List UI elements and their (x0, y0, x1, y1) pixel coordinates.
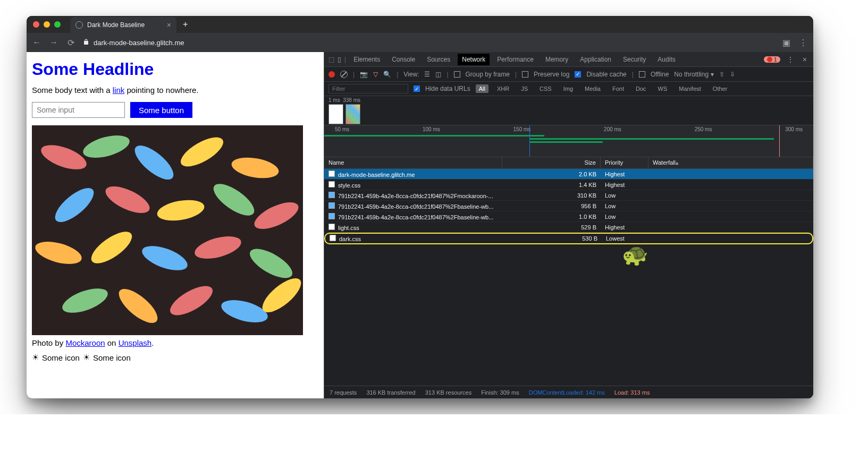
filter-xhr[interactable]: XHR (494, 84, 512, 93)
upload-icon[interactable]: ⇧ (719, 71, 724, 78)
filter-font[interactable]: Font (609, 84, 627, 93)
table-row[interactable]: dark-mode-baseline.glitch.me2.0 KBHighes… (324, 169, 813, 180)
status-finish: Finish: 309 ms (481, 389, 519, 396)
filmstrip-thumb[interactable] (345, 104, 360, 124)
filmstrip-thumb[interactable] (328, 104, 343, 124)
body-text: Some body text with a link pointing to n… (32, 86, 318, 95)
status-transferred: 316 KB transferred (366, 389, 415, 396)
tab-network[interactable]: Network (458, 54, 490, 65)
page-content: Some Headline Some body text with a link… (27, 52, 324, 398)
browser-tab[interactable]: Dark Mode Baseline × (70, 17, 176, 33)
view-list-icon[interactable]: ☰ (424, 71, 430, 78)
form-row: Some button (32, 102, 318, 118)
group-checkbox[interactable] (454, 71, 460, 78)
table-row[interactable]: style.css1.4 KBHighest (324, 180, 813, 190)
filter-css[interactable]: CSS (536, 84, 555, 93)
maximize-window-button[interactable] (54, 21, 61, 28)
url-text: dark-mode-baseline.glitch.me (94, 39, 184, 47)
icon-row: ☀Some icon ☀Some icon (32, 353, 318, 362)
main-area: Some Headline Some body text with a link… (27, 52, 813, 398)
overview-timeline[interactable]: 50 ms 100 ms 150 ms 200 ms 250 ms 300 ms (324, 125, 813, 157)
forward-button[interactable]: → (49, 38, 58, 47)
tab-application[interactable]: Application (576, 54, 616, 65)
col-name[interactable]: Name (324, 157, 502, 168)
body-link[interactable]: link (113, 86, 125, 95)
tab-security[interactable]: Security (619, 54, 650, 65)
page-headline: Some Headline (32, 59, 318, 79)
table-row[interactable]: 791b2241-459b-4a2e-8cca-c0fdc21f0487%2Fb… (324, 201, 813, 211)
search-icon[interactable]: 🔍 (383, 71, 391, 78)
site-link[interactable]: Unsplash (119, 338, 152, 347)
image-caption: Photo by Mockaroon on Unsplash. (32, 338, 318, 347)
devtools-close-icon[interactable]: × (800, 55, 809, 64)
minimize-window-button[interactable] (44, 21, 50, 28)
network-table: Name Size Priority Waterfall▴ dark-mode-… (324, 157, 813, 386)
primary-button[interactable]: Some button (130, 102, 192, 118)
filter-js[interactable]: JS (518, 84, 531, 93)
table-row[interactable]: light.css529 BHighest (324, 222, 813, 233)
download-icon[interactable]: ⇩ (730, 71, 735, 78)
status-bar: 7 requests 316 KB transferred 313 KB res… (324, 386, 813, 398)
offline-checkbox[interactable] (639, 71, 645, 78)
filter-ws[interactable]: WS (655, 84, 671, 93)
table-row[interactable]: dark.css530 BLowest (324, 233, 813, 244)
col-size[interactable]: Size (502, 157, 601, 168)
filter-manifest[interactable]: Manifest (676, 84, 704, 93)
device-icon[interactable]: ▯ (338, 56, 341, 63)
globe-icon (75, 21, 83, 29)
tab-audits[interactable]: Audits (653, 54, 679, 65)
tab-title: Dark Mode Baseline (87, 21, 145, 29)
sun-icon: ☀ (83, 353, 90, 362)
lock-icon (83, 39, 89, 47)
text-input[interactable] (32, 102, 125, 118)
status-requests: 7 requests (330, 389, 357, 396)
clear-button[interactable] (340, 71, 348, 78)
inspect-icon[interactable]: ⬚ (328, 56, 334, 63)
tab-elements[interactable]: Elements (349, 54, 384, 65)
tab-console[interactable]: Console (387, 54, 419, 65)
back-button[interactable]: ← (32, 38, 41, 47)
record-button[interactable] (328, 71, 335, 78)
preserve-checkbox[interactable] (522, 71, 528, 78)
reload-button[interactable]: ⟳ (66, 38, 75, 48)
profile-icon[interactable]: ▣ (781, 38, 791, 48)
filter-doc[interactable]: Doc (633, 84, 650, 93)
view-large-icon[interactable]: ◫ (435, 71, 441, 78)
view-label: View: (403, 71, 419, 78)
titlebar: Dark Mode Baseline × + (27, 16, 813, 33)
error-badge[interactable]: 1 (764, 56, 780, 63)
filter-icon[interactable]: ▽ (373, 71, 378, 78)
disable-cache-checkbox[interactable]: ✓ (575, 71, 581, 78)
hide-urls-checkbox[interactable]: ✓ (414, 86, 420, 92)
tab-sources[interactable]: Sources (423, 54, 454, 65)
col-priority[interactable]: Priority (601, 157, 648, 168)
table-row[interactable]: 791b2241-459b-4a2e-8cca-c0fdc21f0487%2Fb… (324, 211, 813, 222)
devtools-menu-icon[interactable]: ⋮ (785, 55, 796, 64)
new-tab-button[interactable]: + (183, 20, 188, 29)
address-field[interactable]: dark-mode-baseline.glitch.me (83, 39, 774, 47)
menu-icon[interactable]: ⋮ (798, 38, 808, 48)
filmstrip: 1 ms 338 ms (324, 96, 813, 125)
table-row[interactable]: 791b2241-459b-4a2e-8cca-c0fdc21f0487%2Fm… (324, 190, 813, 201)
turtle-icon: 🐢 (622, 242, 648, 267)
filter-input[interactable] (328, 84, 408, 93)
tab-memory[interactable]: Memory (541, 54, 572, 65)
screenshot-icon[interactable]: 📷 (360, 71, 368, 78)
filter-img[interactable]: Img (560, 84, 576, 93)
status-dcl: DOMContentLoaded: 142 ms (529, 389, 605, 396)
throttle-select[interactable]: No throttling ▾ (674, 71, 714, 78)
close-tab-icon[interactable]: × (167, 21, 171, 29)
close-window-button[interactable] (33, 21, 39, 28)
author-link[interactable]: Mockaroon (65, 338, 105, 347)
filter-media[interactable]: Media (582, 84, 604, 93)
filter-other[interactable]: Other (710, 84, 731, 93)
status-load: Load: 313 ms (614, 389, 650, 396)
tab-performance[interactable]: Performance (493, 54, 538, 65)
filter-row: ✓Hide data URLs All XHR JS CSS Img Media… (324, 82, 813, 96)
table-header: Name Size Priority Waterfall▴ (324, 157, 813, 169)
col-waterfall[interactable]: Waterfall▴ (648, 157, 813, 168)
devtools-tabs: ⬚ ▯ | Elements Console Sources Network P… (324, 52, 813, 67)
devtools-panel: ⬚ ▯ | Elements Console Sources Network P… (324, 52, 813, 398)
url-bar: ← → ⟳ dark-mode-baseline.glitch.me ▣ ⋮ (27, 33, 813, 52)
filter-all[interactable]: All (476, 84, 488, 93)
